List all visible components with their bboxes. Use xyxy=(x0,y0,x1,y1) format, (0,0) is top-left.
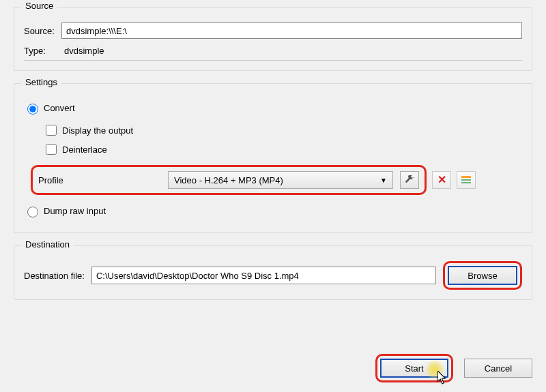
edit-profile-button[interactable] xyxy=(400,171,419,189)
profile-highlight: Profile Video - H.264 + MP3 (MP4) ▼ xyxy=(31,165,427,195)
start-highlight: Start xyxy=(375,354,453,382)
source-group: Source Source: Type: dvdsimple xyxy=(14,7,532,71)
type-label: Type: xyxy=(24,46,61,56)
deinterlace-checkbox[interactable] xyxy=(46,144,57,155)
display-output-label: Display the output xyxy=(62,125,133,136)
convert-options: Display the output Deinterlace xyxy=(43,123,522,157)
type-value: dvdsimple xyxy=(61,46,104,56)
list-new-icon xyxy=(461,176,471,184)
display-output-row[interactable]: Display the output xyxy=(43,123,522,138)
deinterlace-row[interactable]: Deinterlace xyxy=(43,142,522,157)
destination-group-title: Destination xyxy=(21,239,74,250)
source-label: Source: xyxy=(24,26,61,36)
destination-group: Destination Destination file: Browse xyxy=(14,245,532,300)
wrench-icon xyxy=(405,175,414,185)
destination-file-input[interactable] xyxy=(91,267,436,284)
dump-radio[interactable] xyxy=(27,207,38,217)
settings-group: Settings Convert Display the output Dein… xyxy=(14,83,532,233)
start-button-label: Start xyxy=(405,363,423,374)
deinterlace-label: Deinterlace xyxy=(62,145,107,155)
new-profile-button[interactable] xyxy=(457,171,476,189)
delete-profile-button[interactable]: ✕ xyxy=(432,171,451,189)
start-button[interactable]: Start xyxy=(380,359,448,378)
profile-row: Profile Video - H.264 + MP3 (MP4) ▼ ✕ xyxy=(31,165,522,195)
convert-radio-label: Convert xyxy=(44,103,75,113)
dump-radio-row[interactable]: Dump raw input xyxy=(24,205,522,217)
cursor-icon xyxy=(437,371,447,385)
source-group-title: Source xyxy=(21,1,57,11)
profile-select[interactable]: Video - H.264 + MP3 (MP4) ▼ xyxy=(168,171,393,189)
browse-button[interactable]: Browse xyxy=(448,266,517,285)
dialog-button-bar: Start Cancel xyxy=(375,354,532,382)
display-output-checkbox[interactable] xyxy=(46,125,57,136)
convert-radio[interactable] xyxy=(27,104,38,115)
click-glow xyxy=(425,360,444,379)
source-input[interactable] xyxy=(61,22,522,39)
cancel-button[interactable]: Cancel xyxy=(464,359,532,378)
dump-radio-label: Dump raw input xyxy=(44,206,106,216)
settings-group-title: Settings xyxy=(21,77,61,87)
browse-highlight: Browse xyxy=(443,261,522,290)
convert-radio-row[interactable]: Convert xyxy=(24,102,522,115)
profile-selected-value: Video - H.264 + MP3 (MP4) xyxy=(174,175,283,185)
convert-dialog: Source Source: Type: dvdsimple Settings … xyxy=(0,0,546,392)
destination-file-label: Destination file: xyxy=(24,271,85,281)
profile-label: Profile xyxy=(38,175,161,185)
close-x-icon: ✕ xyxy=(437,175,446,185)
chevron-down-icon: ▼ xyxy=(380,177,387,184)
